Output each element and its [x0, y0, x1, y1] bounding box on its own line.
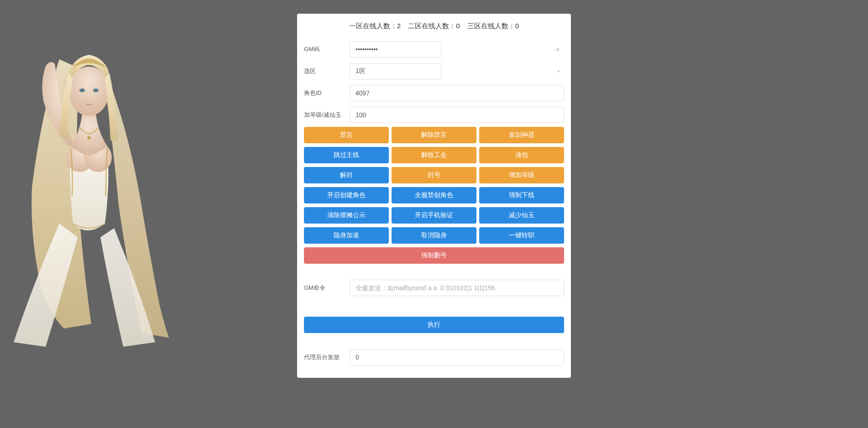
action-button-row6-2[interactable]: 一键转职 [479, 227, 564, 244]
proxy-label: 代理后台发放 [304, 353, 350, 361]
gm-code-label: GM码 [304, 45, 350, 53]
svg-point-2 [69, 67, 109, 116]
svg-point-3 [88, 63, 90, 65]
action-button-row1-0[interactable]: 禁言 [304, 127, 389, 143]
action-button-row3-1[interactable]: 封号 [392, 167, 476, 183]
action-button-row3-2[interactable]: 增加等级 [479, 167, 564, 183]
action-button-row2-2[interactable]: 清包 [479, 147, 564, 163]
role-id-input[interactable] [350, 85, 564, 101]
action-button-row1-1[interactable]: 解除禁言 [392, 127, 476, 143]
action-button-row2-0[interactable]: 跳过主线 [304, 147, 389, 163]
zone2-label: 二区在线人数： [408, 22, 456, 30]
chevron-down-icon: ▾ [557, 69, 559, 74]
gm-command-label: GM命令 [304, 284, 350, 292]
action-button-row1-2[interactable]: 策划神器 [479, 127, 564, 143]
execute-button[interactable]: 执行 [304, 317, 564, 333]
action-button-row6-1[interactable]: 取消隐身 [392, 227, 476, 244]
role-id-label: 角色ID [304, 89, 350, 97]
action-button-row2-1[interactable]: 解散工会 [392, 147, 476, 163]
action-button-row4-2[interactable]: 强制下线 [479, 187, 564, 204]
action-button-row5-1[interactable]: 开启手机验证 [392, 207, 476, 224]
zone2-count: 0 [456, 22, 460, 30]
zone-select[interactable] [350, 63, 441, 79]
level-label: 加等级/减仙玉 [304, 111, 350, 119]
online-status-header: 一区在线人数：2 二区在线人数：0 三区在线人数：0 [297, 14, 571, 39]
admin-panel: 一区在线人数：2 二区在线人数：0 三区在线人数：0 GM码 ⊗ 选区 ▾ 角色… [297, 14, 571, 378]
svg-point-0 [66, 143, 94, 172]
svg-point-1 [84, 143, 112, 172]
zone3-count: 0 [515, 22, 519, 30]
level-input[interactable] [350, 107, 564, 123]
action-button-row5-2[interactable]: 减少仙玉 [479, 207, 564, 224]
proxy-input[interactable] [350, 349, 564, 365]
action-button-row5-0[interactable]: 清除摆摊公示 [304, 207, 389, 224]
action-button-row4-0[interactable]: 开启创建角色 [304, 187, 389, 204]
action-button-row4-1[interactable]: 全服禁创角色 [392, 187, 476, 204]
svg-point-6 [87, 136, 91, 140]
zone3-label: 三区在线人数： [467, 22, 515, 30]
character-image [0, 32, 183, 351]
action-button-row3-0[interactable]: 解封 [304, 167, 389, 183]
action-button-row6-0[interactable]: 隐身加速 [304, 227, 389, 244]
gm-command-input[interactable] [350, 280, 564, 296]
zone-label: 选区 [304, 67, 350, 75]
clear-icon: ⊗ [556, 47, 559, 52]
zone1-label: 一区在线人数： [349, 22, 397, 30]
force-delete-button[interactable]: 强制删号 [304, 247, 564, 264]
gm-code-input[interactable] [350, 41, 441, 57]
svg-point-5 [93, 89, 99, 92]
zone1-count: 2 [397, 22, 401, 30]
svg-point-4 [79, 89, 85, 92]
